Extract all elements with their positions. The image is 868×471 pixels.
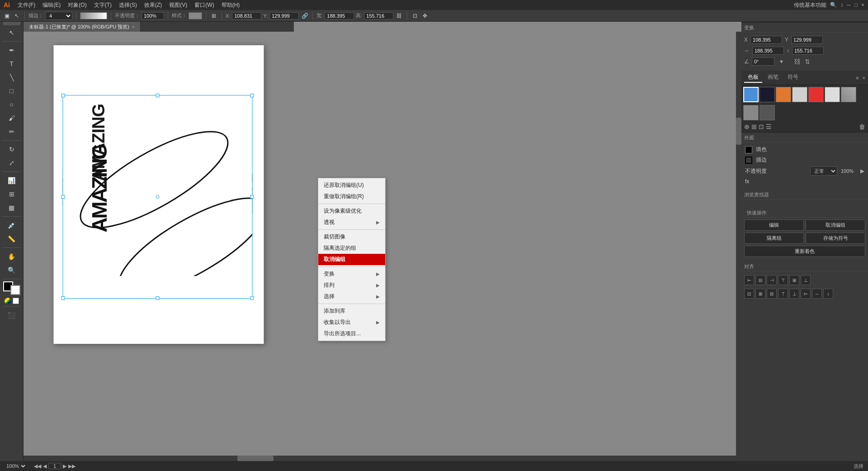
y-input[interactable] — [269, 12, 299, 19]
qa-isolate-button[interactable]: 隔离组 — [744, 233, 804, 244]
swatch-red[interactable] — [808, 87, 824, 102]
color-tab-swatches[interactable]: 色板 — [744, 72, 762, 83]
page-forward-icon[interactable]: ▶ — [63, 463, 66, 469]
transform-y-input[interactable] — [791, 36, 823, 44]
menu-edit[interactable]: 编辑(E) — [39, 0, 64, 10]
search-icon[interactable]: 🔍 — [830, 2, 837, 8]
qa-save-symbol-button[interactable]: 存储为符号 — [806, 233, 865, 244]
zoom-tool[interactable]: 🔍 — [3, 264, 20, 276]
dist-center-h-button[interactable]: ⊞ — [755, 289, 765, 299]
ctx-pixel-optimize[interactable]: 设为像素级优化 — [318, 205, 385, 217]
swatch-delete-icon[interactable]: 🗑 — [859, 123, 865, 130]
qa-ungroup-button[interactable]: 取消编组 — [806, 219, 865, 231]
swatch-darkgray[interactable] — [760, 105, 775, 120]
hscroll-thumb[interactable] — [237, 456, 274, 461]
page-number-input[interactable] — [48, 463, 61, 469]
symbol-tool[interactable]: ⬛ — [3, 309, 20, 322]
align-bottom-button[interactable]: ⊥ — [801, 275, 811, 285]
ctx-crop-image[interactable]: 裁切图像 — [318, 231, 385, 243]
swatch-lightgray[interactable] — [792, 87, 807, 102]
horizontal-scrollbar[interactable] — [24, 456, 736, 461]
swatch-custom[interactable] — [841, 87, 856, 102]
measure-tool[interactable]: 📏 — [3, 233, 20, 245]
dist-right-button[interactable]: ⊟ — [767, 289, 777, 299]
color-panel-close[interactable]: × — [863, 75, 865, 81]
direct-select-icon[interactable]: ↖ — [13, 12, 21, 20]
qa-recolor-button[interactable]: 重新着色 — [744, 246, 865, 257]
ctx-arrange[interactable]: 排列 ▶ — [318, 280, 385, 291]
sync-icon[interactable]: ↕ — [840, 2, 843, 8]
mesh-tool[interactable]: ⊞ — [3, 188, 20, 200]
qa-edit-button[interactable]: 编辑 — [744, 219, 804, 231]
dist-h-spacing-button[interactable]: ↔ — [812, 289, 822, 299]
swatch-darkblue[interactable] — [760, 87, 775, 102]
ctx-redo-ungroup[interactable]: 重做取消编组(R) — [318, 191, 385, 202]
align-top-button[interactable]: ⊤ — [778, 275, 788, 285]
gradient-tool[interactable]: ▦ — [3, 201, 20, 214]
direct-selection-tool[interactable]: ↖ — [3, 26, 20, 39]
menu-view[interactable]: 视图(V) — [166, 0, 190, 10]
proportional-lock-icon[interactable]: ⛓ — [395, 12, 403, 20]
stroke-icon[interactable] — [745, 157, 752, 164]
swatch-orange[interactable] — [776, 87, 791, 102]
ctx-isolate-group[interactable]: 隔离选定的组 — [318, 243, 385, 254]
menu-select[interactable]: 选择(S) — [116, 0, 140, 10]
swatch-move-icon[interactable]: ⊞ — [751, 123, 757, 130]
background-color[interactable] — [10, 285, 20, 295]
zoom-select[interactable]: 100% 50% 200% — [5, 463, 27, 469]
link-icon[interactable]: 🔗 — [301, 12, 309, 20]
align-center-v-button[interactable]: ⊞ — [789, 275, 799, 285]
angle-dropdown[interactable]: ▼ — [779, 59, 784, 64]
x-input[interactable] — [232, 12, 261, 19]
canvas-area[interactable]: AMAZING AMAZING — [24, 32, 294, 461]
h-input[interactable] — [364, 12, 393, 19]
pencil-tool[interactable]: ✏ — [3, 125, 20, 138]
dist-center-v-button[interactable]: ⊥ — [789, 289, 799, 299]
flip-icon[interactable]: ⇅ — [805, 58, 810, 65]
color-mode-gradient[interactable] — [5, 298, 11, 304]
ctx-select[interactable]: 选择 ▶ — [318, 291, 385, 302]
swatch-blue[interactable] — [743, 87, 759, 102]
page-back-icon[interactable]: ◀ — [43, 463, 47, 469]
graph-tool[interactable]: 📊 — [3, 174, 20, 187]
transform-icon[interactable]: ⊡ — [411, 12, 419, 20]
ctx-add-to-library[interactable]: 添加到库 — [318, 305, 385, 317]
line-tool[interactable]: ╲ — [3, 71, 20, 84]
ctx-undo-ungroup[interactable]: 还原取消编组(U) — [318, 180, 385, 191]
w-input[interactable] — [325, 12, 354, 19]
paintbrush-tool[interactable]: 🖌 — [3, 112, 20, 124]
color-tab-symbols[interactable]: 符号 — [784, 72, 802, 83]
eyedropper-tool[interactable]: 💉 — [3, 219, 20, 232]
scale-tool[interactable]: ⤢ — [3, 157, 20, 169]
transform-h-input[interactable] — [792, 47, 824, 55]
align-left-button[interactable]: ⊢ — [744, 275, 754, 285]
menu-window[interactable]: 窗口(W) — [191, 0, 217, 10]
window-close-icon[interactable]: × — [861, 2, 864, 8]
page-prev-icon[interactable]: ◀◀ — [34, 463, 41, 469]
transform-x-input[interactable] — [750, 36, 782, 44]
ctx-transform[interactable]: 变换 ▶ — [318, 268, 385, 280]
menu-object[interactable]: 对象(O) — [65, 0, 90, 10]
dist-bottom-button[interactable]: ⊢ — [801, 289, 811, 299]
align-icon[interactable]: ⊞ — [210, 12, 218, 20]
swatch-list-icon[interactable]: ☰ — [766, 123, 772, 130]
menu-file[interactable]: 文件(F) — [14, 0, 38, 10]
window-max-icon[interactable]: □ — [854, 2, 858, 8]
stroke-width-select[interactable]: 4 — [45, 12, 72, 20]
ctx-collect-export[interactable]: 收集以导出 ▶ — [318, 317, 385, 328]
opacity-expand-icon[interactable]: ▶ — [860, 168, 864, 174]
dist-left-button[interactable]: ⊡ — [744, 289, 754, 299]
opacity-input[interactable] — [142, 12, 164, 19]
window-min-icon[interactable]: ─ — [847, 2, 851, 8]
rect-tool[interactable]: □ — [3, 85, 20, 97]
color-tab-brushes[interactable]: 画笔 — [764, 72, 782, 83]
puppet-icon[interactable]: ✥ — [421, 12, 429, 20]
swatch-grid-icon[interactable]: ⊡ — [759, 123, 764, 130]
select-tool-icon[interactable]: ▣ — [3, 12, 11, 20]
menu-text[interactable]: 文字(T) — [91, 0, 115, 10]
vertical-scrollbar[interactable] — [736, 32, 741, 461]
align-right-button[interactable]: ⊣ — [767, 275, 777, 285]
color-mode-none[interactable] — [13, 298, 19, 304]
swatch-add-icon[interactable]: ⊕ — [744, 123, 750, 130]
tab-close-button[interactable]: × — [132, 24, 135, 29]
